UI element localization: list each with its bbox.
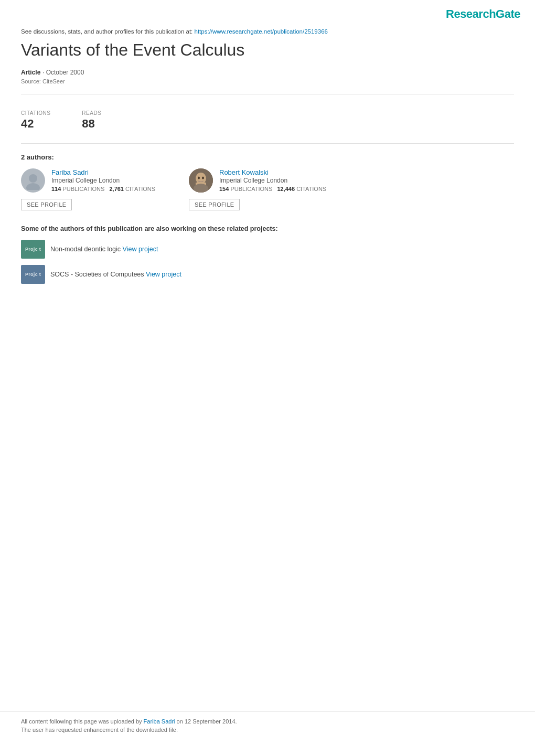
reads-label: READS <box>82 110 101 116</box>
notice-text: See discussions, stats, and author profi… <box>21 28 195 35</box>
svg-point-6 <box>198 177 200 179</box>
author-info-robert: Robert Kowalski Imperial College London … <box>219 168 326 192</box>
related-projects-heading: Some of the authors of this publication … <box>21 225 514 232</box>
related-projects-section: Some of the authors of this publication … <box>21 225 514 284</box>
author-stats-robert: 154 PUBLICATIONS 12,446 CITATIONS <box>219 186 326 192</box>
author-card-fariba: Fariba Sadri Imperial College London 114… <box>21 168 157 210</box>
authors-section: 2 authors: Fariba Sadri Imperial College… <box>21 153 514 210</box>
author-name-fariba[interactable]: Fariba Sadri <box>51 168 89 176</box>
project-name-2: SOCS - Societies of Computees <box>50 271 144 278</box>
citations-label: CITATIONS <box>21 110 50 116</box>
top-notice: See discussions, stats, and author profi… <box>0 25 535 40</box>
citations-value: 42 <box>21 117 50 131</box>
avatar-robert <box>189 168 213 193</box>
authors-grid: Fariba Sadri Imperial College London 114… <box>21 168 514 210</box>
publication-link[interactable]: https://www.researchgate.net/publication… <box>195 28 328 35</box>
author-top-robert: Robert Kowalski Imperial College London … <box>189 168 326 193</box>
author-name-robert[interactable]: Robert Kowalski <box>219 168 269 176</box>
project-item-2: Projc t SOCS - Societies of Computees Vi… <box>21 265 514 284</box>
main-content: Variants of the Event Calculus Article ·… <box>0 40 535 284</box>
paper-title: Variants of the Event Calculus <box>21 40 514 60</box>
citations-stat: CITATIONS 42 <box>21 110 50 131</box>
project-thumbnail-2: Projc t <box>21 265 45 284</box>
author-top-fariba: Fariba Sadri Imperial College London 114… <box>21 168 157 193</box>
project-thumbnail-label-2: Projc t <box>25 272 41 277</box>
project-text-2: SOCS - Societies of Computees View proje… <box>50 271 181 278</box>
project-thumbnail-label-1: Projc t <box>25 247 41 252</box>
authors-heading: 2 authors: <box>21 153 514 161</box>
author-card-robert: Robert Kowalski Imperial College London … <box>189 168 326 210</box>
article-date: · October 2000 <box>42 69 84 76</box>
avatar-fariba <box>21 168 45 193</box>
project-text-1: Non-modal deontic logic View project <box>50 246 158 253</box>
author-stats-fariba: 114 PUBLICATIONS 2,761 CITATIONS <box>51 186 155 192</box>
researchgate-logo: ResearchGate <box>446 7 520 21</box>
footer-note: The user has requested enhancement of th… <box>21 727 514 733</box>
svg-point-3 <box>196 173 206 184</box>
page-footer: All content following this page was uplo… <box>0 711 535 735</box>
article-source: Source: CiteSeer <box>21 78 514 84</box>
footer-uploader-link[interactable]: Fariba Sadri <box>144 718 175 725</box>
article-type: Article <box>21 69 40 76</box>
reads-value: 88 <box>82 117 101 131</box>
svg-point-1 <box>26 183 40 190</box>
project-link-1[interactable]: View project <box>123 246 158 253</box>
project-name-1: Non-modal deontic logic <box>50 246 121 253</box>
footer-upload-date: on 12 September 2014. <box>175 718 237 725</box>
project-thumbnail-1: Projc t <box>21 240 45 259</box>
see-profile-button-robert[interactable]: SEE PROFILE <box>189 199 240 210</box>
stats-divider <box>21 94 514 94</box>
article-meta: Article · October 2000 <box>21 68 514 76</box>
author-info-fariba: Fariba Sadri Imperial College London 114… <box>51 168 155 192</box>
project-link-2[interactable]: View project <box>146 271 181 278</box>
reads-stat: READS 88 <box>82 110 101 131</box>
svg-point-0 <box>29 174 37 183</box>
footer-upload-prefix: All content following this page was uplo… <box>21 718 144 725</box>
footer-upload-info: All content following this page was uplo… <box>21 718 514 725</box>
authors-divider <box>21 143 514 144</box>
avatar-icon-fariba <box>24 171 42 190</box>
project-item-1: Projc t Non-modal deontic logic View pro… <box>21 240 514 259</box>
author-institution-fariba: Imperial College London <box>51 177 155 184</box>
stats-row: CITATIONS 42 READS 88 <box>21 103 514 138</box>
see-profile-button-fariba[interactable]: SEE PROFILE <box>21 199 72 210</box>
page-header: ResearchGate <box>0 0 535 25</box>
svg-point-7 <box>202 177 204 179</box>
avatar-icon-robert <box>189 168 213 193</box>
author-institution-robert: Imperial College London <box>219 177 326 184</box>
